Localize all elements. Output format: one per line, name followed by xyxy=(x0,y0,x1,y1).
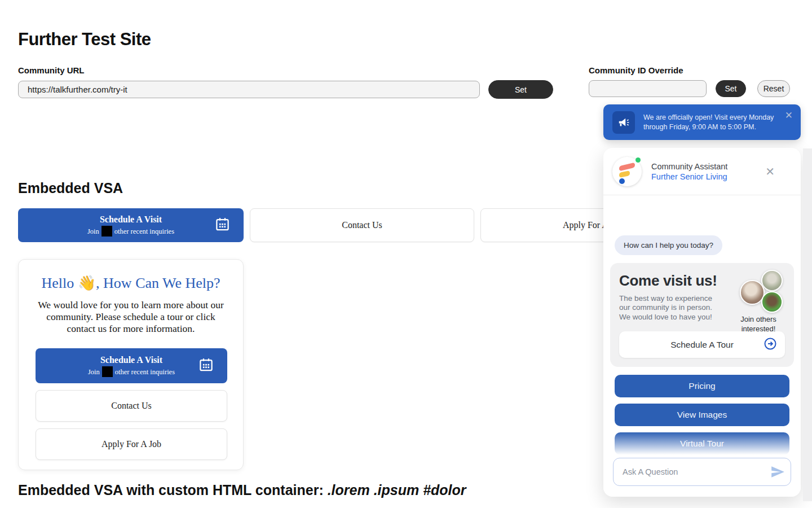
quick-reply-buttons: Pricing View Images Virtual Tour xyxy=(615,375,789,455)
community-logo-icon xyxy=(612,157,642,186)
assistant-title: Community Assistant xyxy=(651,162,727,171)
virtual-tour-button[interactable]: Virtual Tour xyxy=(615,432,789,455)
community-id-set-button[interactable]: Set xyxy=(716,80,746,97)
widget-scrollbar[interactable] xyxy=(803,148,812,501)
community-id-reset-button[interactable]: Reset xyxy=(757,80,790,97)
chat-header: Community Assistant Further Senior Livin… xyxy=(603,148,801,195)
announcement-banner: We are officially open! Visit every Mond… xyxy=(603,104,801,140)
chat-body: How can I help you today? Come visit us!… xyxy=(603,195,801,496)
community-url-set-button[interactable]: Set xyxy=(488,80,553,99)
chat-close-icon[interactable]: ✕ xyxy=(765,165,775,178)
vsa-hello-card: Hello 👋, How Can We Help? We would love … xyxy=(18,259,244,470)
community-url-input[interactable] xyxy=(18,81,480,98)
announcement-text: We are officially open! Visit every Mond… xyxy=(643,113,779,132)
schedule-tour-button[interactable]: Schedule A Tour xyxy=(619,331,785,358)
card-schedule-visit-subtitle: Joinother recent inquiries xyxy=(88,366,175,377)
assistant-message-bubble: How can I help you today? xyxy=(615,235,722,255)
redacted-count xyxy=(102,226,112,237)
pricing-button[interactable]: Pricing xyxy=(615,375,789,397)
hello-card-heading: Hello 👋, How Can We Help? xyxy=(36,274,226,292)
schedule-visit-title: Schedule A Visit xyxy=(100,214,162,225)
community-id-group: Community ID Override Set Reset xyxy=(589,65,790,97)
arrow-circle-icon xyxy=(764,337,777,353)
contact-us-button[interactable]: Contact Us xyxy=(250,208,474,242)
megaphone-icon xyxy=(612,111,635,134)
online-status-dot xyxy=(636,157,641,163)
view-images-button[interactable]: View Images xyxy=(615,404,789,426)
avatar xyxy=(761,270,783,291)
announcement-close-icon[interactable]: ✕ xyxy=(785,110,793,121)
form-section: Community URL Set Community ID Override … xyxy=(18,65,812,108)
page-title: Further Test Site xyxy=(18,0,812,50)
come-visit-body: The best way to experience our community… xyxy=(619,294,720,322)
chat-input-bar xyxy=(603,458,801,496)
schedule-visit-subtitle: Joinother recent inquiries xyxy=(87,226,174,237)
schedule-visit-button[interactable]: Schedule A Visit Joinother recent inquir… xyxy=(18,208,244,242)
custom-container-selectors: .lorem .ipsum #dolor xyxy=(328,482,466,498)
chat-widget: Community Assistant Further Senior Livin… xyxy=(603,148,801,497)
card-schedule-visit-button[interactable]: Schedule A Visit Joinother recent inquir… xyxy=(36,348,227,383)
visitor-avatars xyxy=(740,270,785,314)
community-id-label: Community ID Override xyxy=(589,65,790,75)
calendar-icon xyxy=(198,357,214,375)
card-schedule-visit-title: Schedule A Visit xyxy=(100,355,162,365)
community-link[interactable]: Further Senior Living xyxy=(651,172,727,181)
redacted-count xyxy=(102,366,113,377)
card-contact-us-button[interactable]: Contact Us xyxy=(36,390,227,422)
calendar-icon xyxy=(215,217,230,234)
ask-question-input[interactable] xyxy=(613,458,791,486)
community-id-input[interactable] xyxy=(589,80,707,97)
card-apply-job-button[interactable]: Apply For A Job xyxy=(36,428,227,460)
come-visit-card: Come visit us! The best way to experienc… xyxy=(610,263,794,367)
vsa-button-row: Schedule A Visit Joinother recent inquir… xyxy=(18,208,705,242)
hello-card-body: We would love for you to learn more abou… xyxy=(36,299,226,335)
avatar xyxy=(761,291,783,313)
send-icon[interactable] xyxy=(770,465,785,481)
